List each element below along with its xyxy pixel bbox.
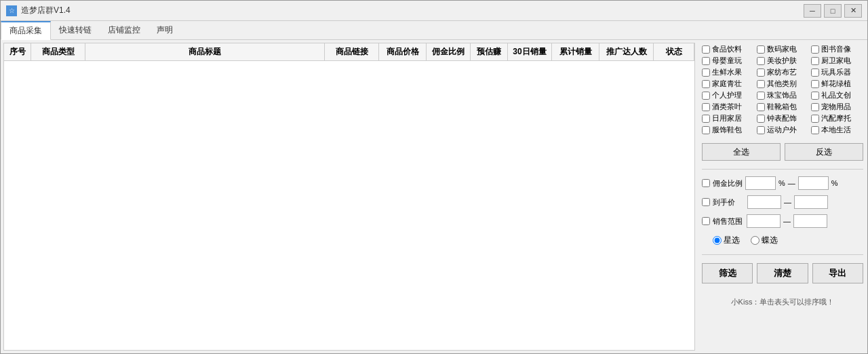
col-header-link[interactable]: 商品链接: [325, 43, 379, 60]
menu-bar: 商品采集 快速转链 店铺监控 声明: [1, 21, 867, 40]
cb-personal-care-input[interactable]: [702, 92, 710, 100]
filter-takehome-row: 到手价 —: [702, 195, 863, 209]
table-header: 序号 商品类型 商品标题 商品链接 商品价格 佣金比例 预估赚 30日销量 累计…: [4, 43, 694, 61]
cb-shoes-bags-input[interactable]: [757, 103, 765, 111]
cb-local-life[interactable]: 本地生活: [811, 125, 863, 135]
menu-item-store-monitor[interactable]: 店铺监控: [100, 21, 149, 39]
cb-digital-home[interactable]: 数码家电: [757, 44, 809, 54]
col-header-type[interactable]: 商品类型: [31, 43, 85, 60]
cb-fresh-fruit-input[interactable]: [702, 68, 710, 77]
cb-food-drink[interactable]: 食品饮料: [702, 44, 754, 54]
cb-sports-outdoor[interactable]: 运动户外: [757, 125, 809, 135]
cb-fabric-art[interactable]: 家纺布艺: [757, 67, 809, 77]
app-title: 造梦店群V1.4: [21, 5, 804, 16]
filter-commission-row: 佣金比例 % — %: [702, 176, 863, 190]
cb-books-audio[interactable]: 图书音像: [811, 44, 863, 54]
cb-other-types[interactable]: 其他类别: [757, 79, 809, 89]
col-header-status[interactable]: 状态: [654, 43, 694, 60]
table-body: [4, 61, 694, 350]
cb-maternal-child[interactable]: 母婴童玩: [702, 56, 754, 66]
maximize-button[interactable]: □: [824, 4, 842, 18]
cb-clothes-shoes-input[interactable]: [702, 126, 710, 134]
cb-tea-alcohol[interactable]: 酒类茶叶: [702, 102, 754, 112]
cb-daily-home[interactable]: 日用家居: [702, 113, 754, 123]
col-header-seq[interactable]: 序号: [4, 43, 31, 60]
cb-auto-moto-input[interactable]: [811, 115, 819, 123]
cb-local-life-input[interactable]: [811, 126, 819, 134]
radio-daren-select[interactable]: 蝶选: [751, 235, 778, 246]
commission-max-input[interactable]: [798, 176, 829, 190]
takehome-max-input[interactable]: [794, 195, 828, 209]
col-header-commission[interactable]: 佣金比例: [427, 43, 471, 60]
app-icon: ☆: [6, 5, 17, 16]
cb-auto-moto[interactable]: 汽配摩托: [811, 113, 863, 123]
cb-kitchen-home[interactable]: 厨卫家电: [811, 56, 863, 66]
sales-min-input[interactable]: [747, 214, 781, 228]
cb-beauty-care[interactable]: 美妆护肤: [757, 56, 809, 66]
cb-digital-home-input[interactable]: [757, 45, 765, 54]
cb-pet-supplies-input[interactable]: [811, 103, 819, 111]
takehome-min-input[interactable]: [747, 195, 781, 209]
cb-home-youth[interactable]: 家庭青壮: [702, 79, 754, 89]
col-header-estimate[interactable]: 预估赚: [471, 43, 508, 60]
filter-button[interactable]: 筛选: [702, 263, 753, 283]
invert-select-button[interactable]: 反选: [785, 143, 863, 161]
cb-personal-care[interactable]: 个人护理: [702, 90, 754, 100]
cb-beauty-care-input[interactable]: [757, 57, 765, 65]
cb-shoes-bags[interactable]: 鞋靴箱包: [757, 102, 809, 112]
title-bar: ☆ 造梦店群V1.4 ─ □ ✕: [1, 1, 867, 21]
filter-sales-checkbox[interactable]: [702, 217, 710, 225]
cb-books-audio-input[interactable]: [811, 45, 819, 54]
select-all-button[interactable]: 全选: [702, 143, 781, 161]
cb-toys-musical[interactable]: 玩具乐器: [811, 67, 863, 77]
cb-watch-accessories[interactable]: 钟表配饰: [757, 113, 809, 123]
cb-watch-accessories-input[interactable]: [757, 115, 765, 123]
menu-item-goods-collect[interactable]: 商品采集: [1, 21, 51, 40]
commission-min-input[interactable]: [745, 176, 776, 190]
radio-star-select[interactable]: 星选: [713, 235, 740, 246]
cb-fabric-art-input[interactable]: [757, 68, 765, 77]
action-buttons-row: 筛选 清楚 导出: [702, 263, 863, 283]
cb-other-types-input[interactable]: [757, 80, 765, 88]
export-button[interactable]: 导出: [812, 263, 863, 283]
col-header-sales30[interactable]: 30日销量: [508, 43, 552, 60]
radio-star-input[interactable]: [713, 236, 722, 245]
window-controls: ─ □ ✕: [804, 4, 862, 18]
main-content: 序号 商品类型 商品标题 商品链接 商品价格 佣金比例 预估赚 30日销量 累计…: [1, 40, 867, 353]
col-header-title[interactable]: 商品标题: [85, 43, 325, 60]
menu-item-quick-chain[interactable]: 快速转链: [51, 21, 100, 39]
filter-takehome-checkbox[interactable]: [702, 198, 710, 206]
sidebar: 食品饮料 数码家电 图书音像 母婴童玩 美妆护肤: [698, 40, 867, 353]
cb-home-youth-input[interactable]: [702, 80, 710, 88]
cb-clothes-shoes[interactable]: 服饰鞋包: [702, 125, 754, 135]
cb-jewelry-input[interactable]: [757, 92, 765, 100]
cb-sports-outdoor-input[interactable]: [757, 126, 765, 134]
category-grid: 食品饮料 数码家电 图书音像 母婴童玩 美妆护肤: [702, 44, 863, 135]
cb-toys-musical-input[interactable]: [811, 68, 819, 77]
radio-daren-input[interactable]: [751, 236, 760, 245]
menu-item-statement[interactable]: 声明: [149, 21, 181, 39]
minimize-button[interactable]: ─: [804, 4, 821, 18]
col-header-total[interactable]: 累计销量: [552, 43, 599, 60]
close-button[interactable]: ✕: [844, 4, 862, 18]
clear-button[interactable]: 清楚: [757, 263, 808, 283]
table-area: 序号 商品类型 商品标题 商品链接 商品价格 佣金比例 预估赚 30日销量 累计…: [3, 43, 695, 351]
cb-gifts-creative-input[interactable]: [811, 92, 819, 100]
sales-max-input[interactable]: [793, 214, 827, 228]
select-all-row: 全选 反选: [702, 143, 863, 161]
cb-maternal-child-input[interactable]: [702, 57, 710, 65]
filter-sales-row: 销售范围 —: [702, 214, 863, 228]
cb-pet-supplies[interactable]: 宠物用品: [811, 102, 863, 112]
cb-gifts-creative[interactable]: 礼品文创: [811, 90, 863, 100]
col-header-price[interactable]: 商品价格: [379, 43, 427, 60]
cb-flowers-plants-input[interactable]: [811, 80, 819, 88]
cb-tea-alcohol-input[interactable]: [702, 103, 710, 111]
cb-flowers-plants[interactable]: 鲜花绿植: [811, 79, 863, 89]
cb-daily-home-input[interactable]: [702, 115, 710, 123]
cb-jewelry[interactable]: 珠宝饰品: [757, 90, 809, 100]
cb-fresh-fruit[interactable]: 生鲜水果: [702, 67, 754, 77]
cb-kitchen-home-input[interactable]: [811, 57, 819, 65]
col-header-promoters[interactable]: 推广达人数: [599, 43, 654, 60]
cb-food-drink-input[interactable]: [702, 45, 710, 54]
filter-commission-checkbox[interactable]: [702, 179, 710, 187]
